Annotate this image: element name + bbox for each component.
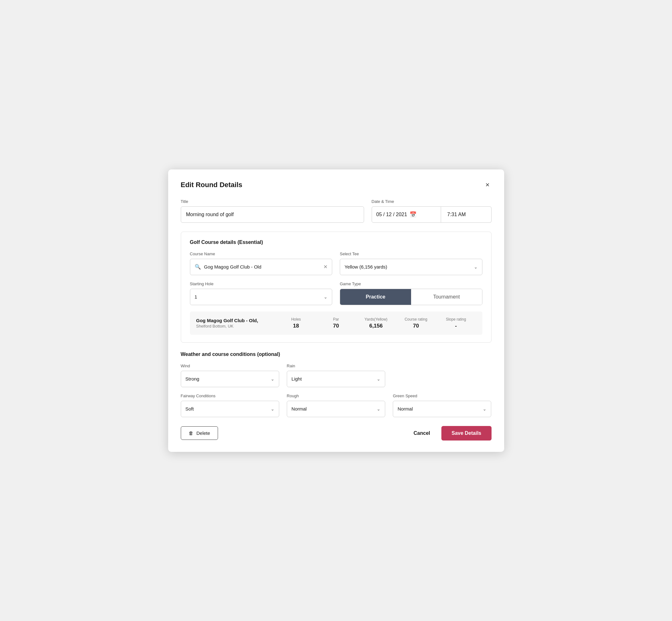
fairway-dropdown[interactable]: Soft ⌄: [181, 401, 279, 417]
clear-icon[interactable]: ✕: [323, 264, 328, 270]
wind-dropdown[interactable]: Strong ⌄: [181, 371, 279, 387]
course-info-row: Gog Magog Golf Club - Old, Shelford Bott…: [190, 312, 482, 335]
cancel-button[interactable]: Cancel: [411, 427, 432, 440]
chevron-down-icon: ⌄: [474, 264, 478, 270]
time-value: 7:31 AM: [447, 212, 466, 217]
game-type-label: Game Type: [340, 282, 482, 286]
conditions-title: Weather and course conditions (optional): [181, 351, 492, 357]
date-input[interactable]: 05 / 12 / 2021 📅: [372, 206, 441, 223]
starting-hole-label: Starting Hole: [190, 282, 333, 286]
course-rating-value: 70: [396, 323, 436, 329]
starting-hole-value: 1: [195, 294, 322, 299]
slope-rating-stat: Slope rating -: [436, 317, 476, 329]
holes-stat: Holes 18: [276, 317, 316, 329]
datetime-field: 05 / 12 / 2021 📅 7:31 AM: [372, 206, 492, 223]
rain-value: Light: [292, 376, 374, 381]
hole-gametype-row: Starting Hole 1 ⌄ Game Type Practice Tou…: [190, 282, 482, 305]
green-speed-dropdown[interactable]: Normal ⌄: [393, 401, 491, 417]
conditions-section: Weather and course conditions (optional)…: [181, 351, 492, 417]
trash-icon: 🗑: [189, 430, 194, 436]
footer-row: 🗑 Delete Cancel Save Details: [181, 426, 492, 441]
wind-value: Strong: [185, 376, 268, 381]
top-row: Title Date & Time 05 / 12 / 2021 📅 7:31 …: [181, 199, 492, 223]
yards-value: 6,156: [356, 323, 396, 329]
select-tee-label: Select Tee: [340, 251, 482, 256]
starting-hole-group: Starting Hole 1 ⌄: [190, 282, 333, 305]
rough-field: Rough Normal ⌄: [287, 394, 385, 417]
delete-label: Delete: [197, 430, 210, 436]
rain-field: Rain Light ⌄: [287, 364, 385, 387]
course-info-name-text: Gog Magog Golf Club - Old,: [196, 318, 276, 323]
golf-course-section: Golf Course details (Essential) Course N…: [181, 232, 492, 343]
starting-hole-dropdown[interactable]: 1 ⌄: [190, 289, 333, 305]
holes-value: 18: [276, 323, 316, 329]
delete-button[interactable]: 🗑 Delete: [181, 426, 218, 440]
game-type-group: Game Type Practice Tournament: [340, 282, 482, 305]
wind-label: Wind: [181, 364, 279, 368]
footer-right: Cancel Save Details: [411, 426, 492, 441]
select-tee-value: Yellow (6,156 yards): [344, 264, 471, 270]
rain-label: Rain: [287, 364, 385, 368]
search-icon: 🔍: [195, 264, 201, 270]
course-info-name: Gog Magog Golf Club - Old, Shelford Bott…: [196, 318, 276, 329]
practice-button[interactable]: Practice: [340, 289, 411, 305]
course-info-location: Shelford Bottom, UK: [196, 324, 276, 329]
chevron-down-icon-7: ⌄: [483, 406, 487, 411]
green-speed-field: Green Speed Normal ⌄: [393, 394, 491, 417]
edit-round-modal: Edit Round Details × Title Date & Time 0…: [168, 169, 504, 452]
close-button[interactable]: ×: [484, 181, 492, 189]
course-rating-stat: Course rating 70: [396, 317, 436, 329]
time-input[interactable]: 7:31 AM: [441, 206, 492, 223]
chevron-down-icon-2: ⌄: [324, 294, 328, 299]
golf-section-title: Golf Course details (Essential): [190, 240, 482, 245]
save-button[interactable]: Save Details: [442, 426, 491, 441]
rain-dropdown[interactable]: Light ⌄: [287, 371, 385, 387]
datetime-label: Date & Time: [372, 199, 492, 204]
fairway-field: Fairway Conditions Soft ⌄: [181, 394, 279, 417]
chevron-down-icon-5: ⌄: [271, 406, 275, 411]
modal-header: Edit Round Details ×: [181, 181, 492, 189]
modal-title: Edit Round Details: [181, 181, 243, 189]
course-rating-label: Course rating: [396, 317, 436, 322]
course-search-input[interactable]: 🔍 Gog Magog Golf Club - Old ✕: [190, 259, 333, 275]
course-tee-row: Course Name 🔍 Gog Magog Golf Club - Old …: [190, 251, 482, 275]
rough-dropdown[interactable]: Normal ⌄: [287, 401, 385, 417]
par-stat: Par 70: [316, 317, 356, 329]
chevron-down-icon-3: ⌄: [271, 376, 275, 381]
holes-label: Holes: [276, 317, 316, 322]
game-type-toggle: Practice Tournament: [340, 289, 482, 305]
date-value: 05 / 12 / 2021: [376, 212, 407, 217]
green-speed-label: Green Speed: [393, 394, 491, 398]
par-value: 70: [316, 323, 356, 329]
course-name-group: Course Name 🔍 Gog Magog Golf Club - Old …: [190, 251, 333, 275]
title-input[interactable]: [181, 206, 364, 223]
wind-rain-row: Wind Strong ⌄ Rain Light ⌄: [181, 364, 492, 387]
par-label: Par: [316, 317, 356, 322]
fairway-value: Soft: [185, 406, 268, 411]
yards-stat: Yards(Yellow) 6,156: [356, 317, 396, 329]
title-field-group: Title: [181, 199, 364, 223]
fairway-label: Fairway Conditions: [181, 394, 279, 398]
select-tee-group: Select Tee Yellow (6,156 yards) ⌄: [340, 251, 482, 275]
title-label: Title: [181, 199, 364, 204]
green-speed-value: Normal: [397, 406, 480, 411]
rough-label: Rough: [287, 394, 385, 398]
tournament-button[interactable]: Tournament: [411, 289, 482, 305]
fairway-rough-green-row: Fairway Conditions Soft ⌄ Rough Normal ⌄…: [181, 394, 492, 417]
slope-rating-label: Slope rating: [436, 317, 476, 322]
slope-rating-value: -: [436, 323, 476, 329]
rough-value: Normal: [292, 406, 374, 411]
select-tee-dropdown[interactable]: Yellow (6,156 yards) ⌄: [340, 259, 482, 275]
wind-field: Wind Strong ⌄: [181, 364, 279, 387]
course-name-label: Course Name: [190, 251, 333, 256]
chevron-down-icon-4: ⌄: [377, 376, 380, 381]
datetime-field-group: Date & Time 05 / 12 / 2021 📅 7:31 AM: [372, 199, 492, 223]
course-name-value: Gog Magog Golf Club - Old: [204, 264, 321, 270]
calendar-icon: 📅: [410, 211, 416, 218]
yards-label: Yards(Yellow): [356, 317, 396, 322]
chevron-down-icon-6: ⌄: [377, 406, 380, 411]
